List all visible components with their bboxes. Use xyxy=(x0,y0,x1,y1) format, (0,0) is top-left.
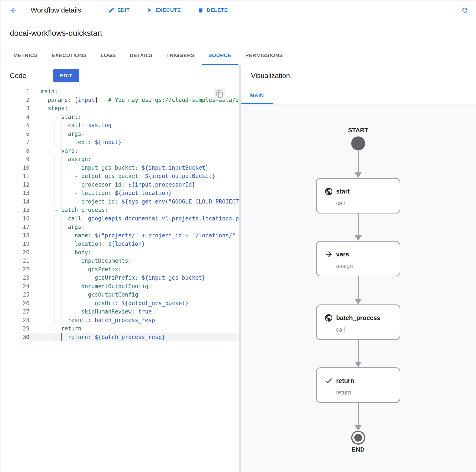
indent-guide xyxy=(48,164,48,172)
indent-guide xyxy=(54,214,55,223)
line-number: 24 xyxy=(0,282,30,291)
tab-details[interactable]: DETAILS xyxy=(123,46,159,65)
indent-guide xyxy=(68,274,68,282)
indent-guide xyxy=(54,282,55,291)
indent-guide xyxy=(54,155,55,164)
indent-guide xyxy=(75,307,75,316)
toolbar-actions: EDITEXECUTEDELETE xyxy=(108,7,228,13)
indent-guide xyxy=(48,214,48,223)
indent-guide xyxy=(41,189,41,197)
tab-executions[interactable]: EXECUTIONS xyxy=(45,46,94,65)
indent-guide xyxy=(41,240,41,248)
code-text: documentOutputConfig: xyxy=(30,282,239,291)
line-number: 5 xyxy=(0,121,30,130)
indent-guide xyxy=(48,291,48,299)
execute-button[interactable]: EXECUTE xyxy=(146,7,181,13)
workflow-diagram-canvas[interactable]: START END startcallvarsassignbatch_proce… xyxy=(241,105,476,472)
indent-guide xyxy=(48,324,48,333)
copy-code-button[interactable] xyxy=(214,88,225,100)
indent-guide xyxy=(68,265,68,274)
edit-code-button[interactable]: EDIT xyxy=(53,69,79,82)
code-line: 17 args: xyxy=(0,223,239,231)
start-terminal-circle xyxy=(351,137,365,150)
tab-permissions[interactable]: PERMISSIONS xyxy=(238,46,290,65)
indent-guide xyxy=(68,299,68,308)
code-line: 24 documentOutputConfig: xyxy=(0,282,239,291)
line-number: 8 xyxy=(0,147,30,155)
code-line: 28 result: batch_process_resp xyxy=(0,316,239,325)
indent-guide xyxy=(61,291,62,299)
tab-main[interactable]: MAIN xyxy=(241,86,273,104)
indent-guide xyxy=(48,206,48,214)
indent-guide xyxy=(61,189,62,197)
indent-guide xyxy=(54,240,55,248)
line-number: 22 xyxy=(0,265,30,274)
indent-guide xyxy=(61,333,62,342)
tab-metrics[interactable]: METRICS xyxy=(6,46,45,65)
code-line: 10 - input_gcs_bucket: ${input.inputBuck… xyxy=(0,164,239,172)
line-number: 4 xyxy=(0,113,30,121)
refresh-icon[interactable] xyxy=(461,6,469,14)
indent-guide xyxy=(41,138,41,147)
flow-arrow xyxy=(358,340,359,362)
flow-arrowhead xyxy=(355,362,362,367)
line-number: 15 xyxy=(0,206,30,214)
tab-source[interactable]: SOURCE xyxy=(202,46,238,65)
indent-guide xyxy=(68,231,68,240)
indent-guide xyxy=(54,291,55,299)
indent-guide xyxy=(61,214,62,223)
indent-guide xyxy=(75,299,75,308)
visualization-panel: Visualization MAIN START END startcallva… xyxy=(241,65,476,472)
line-number: 19 xyxy=(0,240,30,248)
code-text: call: googleapis.documentai.v1.projects.… xyxy=(30,214,239,223)
code-line: 7 text: ${input} xyxy=(0,138,239,147)
code-text: inputDocuments: xyxy=(30,257,239,265)
edit-button[interactable]: EDIT xyxy=(108,7,130,13)
indent-guide xyxy=(48,147,48,155)
indent-guide xyxy=(41,324,41,333)
code-text: return: ${batch_process_resp} xyxy=(30,333,239,342)
indent-guide xyxy=(54,138,55,147)
indent-guide xyxy=(41,316,41,325)
indent-guide xyxy=(48,240,48,248)
flow-arrowhead xyxy=(355,173,362,178)
indent-guide xyxy=(61,274,62,282)
code-line: 15 - batch_process: xyxy=(0,206,239,214)
indent-guide xyxy=(68,240,68,248)
node-vars[interactable]: varsassign xyxy=(316,241,400,276)
indent-guide xyxy=(54,257,55,265)
node-batch_process[interactable]: batch_processcall xyxy=(316,304,400,340)
indent-guide xyxy=(41,180,41,189)
indent-guide xyxy=(61,180,62,189)
play-icon xyxy=(146,7,153,13)
indent-guide xyxy=(41,333,41,342)
globe-icon xyxy=(324,187,333,196)
indent-guide xyxy=(54,307,55,316)
node-subtitle: return xyxy=(336,388,351,396)
flow-arrowhead xyxy=(355,299,362,304)
code-line: 20 body: xyxy=(0,248,239,257)
indent-guide xyxy=(48,155,48,164)
indent-guide xyxy=(54,333,55,342)
indent-guide xyxy=(61,299,62,308)
indent-guide xyxy=(61,282,62,291)
tab-triggers[interactable]: TRIGGERS xyxy=(159,46,201,65)
code-line: 22 gcsPrefix: xyxy=(0,265,239,274)
code-text: - vars: xyxy=(30,147,239,155)
workflow-name: docai-workflows-quickstart xyxy=(10,29,102,38)
end-terminal-circle xyxy=(351,431,365,445)
delete-button[interactable]: DELETE xyxy=(198,7,228,13)
back-arrow-icon[interactable] xyxy=(10,6,18,14)
node-start[interactable]: startcall xyxy=(316,178,400,213)
tab-logs[interactable]: LOGS xyxy=(94,46,123,65)
line-number: 3 xyxy=(0,104,30,113)
indent-guide xyxy=(48,130,48,138)
code-line: 2 params: [input] # You may use gs://clo… xyxy=(0,96,239,105)
indent-guide xyxy=(75,282,75,291)
indent-guide xyxy=(54,223,55,231)
code-line: 9 assign: xyxy=(0,155,239,164)
node-return[interactable]: returnreturn xyxy=(316,367,400,403)
code-editor[interactable]: 1main:2 params: [input] # You may use gs… xyxy=(0,86,239,472)
indent-guide xyxy=(41,155,41,164)
indent-guide xyxy=(61,265,62,274)
